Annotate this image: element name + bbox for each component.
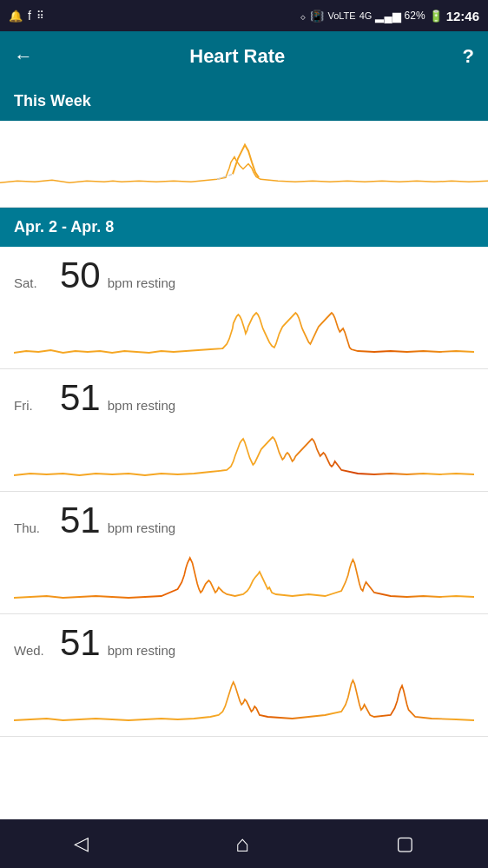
status-right-icons: ⬦ 📳 VoLTE 4G ▂▄▆ 62% 🔋 12:46 — [300, 9, 479, 23]
sat-chart — [14, 299, 474, 368]
wed-bpm: 51 — [60, 625, 101, 661]
this-week-label: This Week — [14, 92, 91, 109]
thursday-entry: Thu. 51 bpm resting — [0, 492, 488, 614]
notification-icon: 🔔 — [9, 10, 23, 23]
this-week-header: This Week — [0, 82, 488, 121]
nav-home-button[interactable]: ⌂ — [235, 831, 249, 858]
page-title: Heart Rate — [47, 45, 428, 68]
status-bar: 🔔 f ⠿ ⬦ 📳 VoLTE 4G ▂▄▆ 62% 🔋 12:46 — [0, 0, 488, 31]
nav-back-button[interactable]: ◁ — [74, 832, 89, 855]
saturday-entry: Sat. 50 bpm resting — [0, 247, 488, 369]
fitbit-icon: ⠿ — [36, 10, 44, 22]
sat-unit: bpm resting — [108, 275, 175, 290]
wednesday-entry: Wed. 51 bpm resting — [0, 614, 488, 737]
fri-unit: bpm resting — [108, 398, 175, 413]
help-button[interactable]: ? — [463, 45, 474, 68]
thu-label: Thu. — [14, 520, 53, 535]
date-range-label: Apr. 2 - Apr. 8 — [14, 218, 114, 235]
battery-icon: 🔋 — [429, 10, 443, 23]
this-week-svg — [0, 121, 488, 207]
status-left-icons: 🔔 f ⠿ — [9, 9, 44, 23]
wed-unit: bpm resting — [108, 643, 175, 658]
wed-label: Wed. — [14, 643, 53, 658]
sat-bpm: 50 — [60, 257, 101, 294]
wed-chart — [14, 666, 474, 736]
fri-label: Fri. — [14, 398, 53, 413]
clock: 12:46 — [446, 9, 479, 23]
thu-unit: bpm resting — [108, 520, 175, 535]
facebook-icon: f — [28, 9, 31, 23]
bluetooth-icon: ⬦ — [300, 10, 307, 23]
network-icon: 4G — [359, 10, 373, 21]
bottom-nav: ◁ ⌂ ▢ — [0, 819, 488, 868]
svg-line-0 — [217, 174, 233, 179]
this-week-chart — [0, 121, 488, 208]
friday-entry: Fri. 51 bpm resting — [0, 369, 488, 492]
app-header: ← Heart Rate ? — [0, 31, 488, 82]
signal-bars-icon: ▂▄▆ — [375, 10, 400, 23]
thu-chart — [14, 544, 474, 613]
sat-label: Sat. — [14, 275, 53, 290]
thu-bpm: 51 — [60, 502, 101, 539]
fri-bpm: 51 — [60, 380, 101, 416]
vibrate-icon: 📳 — [310, 10, 324, 23]
date-range-header: Apr. 2 - Apr. 8 — [0, 208, 488, 247]
fri-chart — [14, 421, 474, 491]
nav-recents-button[interactable]: ▢ — [396, 832, 414, 855]
signal-icon: VoLTE — [327, 10, 355, 21]
back-button[interactable]: ← — [14, 45, 33, 68]
battery-percent: 62% — [405, 10, 425, 22]
